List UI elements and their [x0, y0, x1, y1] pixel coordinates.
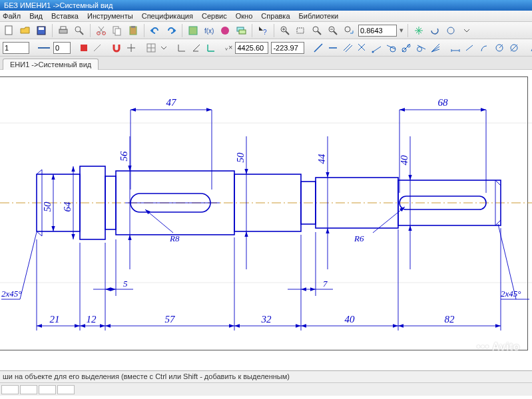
save-icon[interactable]	[35, 24, 48, 37]
linestyle-icon[interactable]	[37, 41, 51, 55]
status-hint: ши на объекте для его выделения (вместе …	[3, 372, 290, 380]
svg-line-37	[314, 44, 322, 52]
svg-text:?: ?	[263, 29, 267, 36]
redo-icon[interactable]	[164, 24, 178, 37]
menu-service[interactable]: Сервис	[202, 12, 227, 20]
svg-rect-23	[297, 28, 304, 33]
open-icon[interactable]	[19, 24, 32, 37]
new-icon[interactable]	[3, 24, 16, 37]
svg-point-24	[313, 27, 318, 32]
parallel-line-icon[interactable]	[342, 41, 354, 55]
doc-tab[interactable]: ЕНИ1 ->Системный вид	[3, 59, 99, 70]
grid-icon[interactable]	[145, 41, 157, 55]
layers-icon[interactable]	[234, 24, 248, 37]
stop-icon[interactable]	[79, 41, 89, 55]
dim-r8: R8	[169, 233, 180, 243]
undo-icon[interactable]	[148, 24, 162, 37]
svg-rect-10	[115, 29, 121, 35]
angle-snap-icon[interactable]	[190, 41, 202, 55]
properties-icon[interactable]	[186, 24, 200, 37]
dim-aligned-icon[interactable]	[464, 41, 476, 55]
svg-rect-17	[239, 30, 246, 34]
menu-spec[interactable]: Спецификация	[142, 12, 193, 20]
svg-line-39	[344, 44, 350, 51]
bottom-tabs	[0, 382, 532, 396]
zoom-out-icon[interactable]	[326, 24, 340, 37]
magnet-icon[interactable]	[111, 41, 123, 55]
tangent-angle-icon[interactable]	[415, 41, 427, 55]
svg-point-50	[417, 47, 422, 51]
drawing-canvas[interactable]: 21 12 57 32 40 82 5 7 47 68 2x45° 2x45° …	[0, 70, 532, 370]
svg-line-40	[346, 45, 352, 52]
toolbar-1: f(x) ? ▾	[0, 22, 532, 39]
svg-text:f(x): f(x)	[204, 27, 214, 35]
print-icon[interactable]	[57, 24, 70, 37]
dim-linear-icon[interactable]	[449, 41, 461, 55]
dim-d50a: 50	[42, 201, 53, 212]
tangent-two-icon[interactable]	[400, 41, 412, 55]
dim-12: 12	[87, 314, 97, 325]
svg-line-27	[334, 31, 337, 35]
fx-icon[interactable]: f(x)	[202, 24, 216, 37]
menu-libs[interactable]: Библиотеки	[299, 12, 339, 20]
dim-radius-icon[interactable]	[493, 41, 505, 55]
dim-d50b: 50	[235, 152, 246, 163]
doc-tabs: ЕНИ1 ->Системный вид	[0, 57, 532, 70]
coord-y-input[interactable]	[271, 42, 304, 54]
menu-help[interactable]: Справка	[261, 12, 290, 20]
preview-icon[interactable]	[73, 24, 86, 37]
menu-window[interactable]: Окно	[236, 12, 253, 20]
zoom-prev-icon[interactable]	[342, 24, 356, 37]
rotate-view-icon[interactable]	[428, 24, 441, 37]
zoom-in-icon[interactable]	[278, 24, 292, 37]
grid-options-icon[interactable]	[160, 41, 168, 55]
perp-line-icon[interactable]	[356, 41, 368, 55]
construct-icon[interactable]	[92, 41, 103, 55]
dim-68: 68	[438, 97, 449, 108]
sheet-tab-3[interactable]	[39, 385, 56, 394]
layer-num-input[interactable]	[3, 42, 29, 54]
dim-angle-icon[interactable]	[479, 41, 491, 55]
tangent-from-point-icon[interactable]	[386, 41, 398, 55]
angled-line-icon[interactable]	[371, 41, 383, 55]
local-cs-icon[interactable]	[205, 41, 217, 55]
toolbar-2: ᵥ× A↑	[0, 39, 532, 57]
dim-32: 32	[261, 314, 272, 325]
menu-insert[interactable]: Вставка	[51, 12, 79, 20]
svg-point-5	[75, 27, 81, 32]
roughness-icon[interactable]	[528, 41, 532, 55]
dim-r6: R6	[354, 233, 364, 243]
menu-bar[interactable]: ФФайлайл Вид Вставка Инструменты Специфи…	[0, 11, 532, 22]
menu-file[interactable]: ФФайлайл	[3, 12, 21, 20]
coord-x-input[interactable]	[235, 42, 268, 54]
linestyle-num[interactable]	[53, 42, 71, 54]
line-tool-icon[interactable]	[312, 41, 324, 55]
cut-icon[interactable]	[95, 24, 108, 37]
dim-5: 5	[123, 279, 128, 289]
hline-tool-icon[interactable]	[327, 41, 339, 55]
net-icon[interactable]	[218, 24, 232, 37]
sheet-tab-2[interactable]	[20, 385, 37, 394]
svg-rect-0	[5, 26, 12, 35]
svg-point-15	[221, 27, 229, 35]
redraw-icon[interactable]	[444, 24, 457, 37]
svg-line-54	[431, 47, 439, 52]
dropdown-icon[interactable]	[460, 24, 473, 37]
zoom-input[interactable]	[358, 25, 397, 37]
sheet-tab-4[interactable]	[57, 385, 75, 394]
sheet-tab-1[interactable]	[1, 385, 19, 394]
dim-40l: 40	[345, 314, 356, 325]
axis-icon[interactable]	[125, 41, 137, 55]
dim-diameter-icon[interactable]	[508, 41, 520, 55]
paste-icon[interactable]	[127, 24, 140, 37]
dim-chamfer-left: 2x45°	[1, 289, 21, 299]
help-arrow-icon[interactable]: ?	[256, 24, 270, 37]
zoom-window-icon[interactable]	[294, 24, 308, 37]
bisector-icon[interactable]	[429, 41, 441, 55]
zoom-fit-icon[interactable]	[310, 24, 324, 37]
menu-tools[interactable]: Инструменты	[87, 12, 133, 20]
menu-view[interactable]: Вид	[29, 12, 43, 20]
copy-icon[interactable]	[111, 24, 124, 37]
pan-icon[interactable]	[412, 24, 425, 37]
ortho-icon[interactable]	[176, 41, 188, 55]
